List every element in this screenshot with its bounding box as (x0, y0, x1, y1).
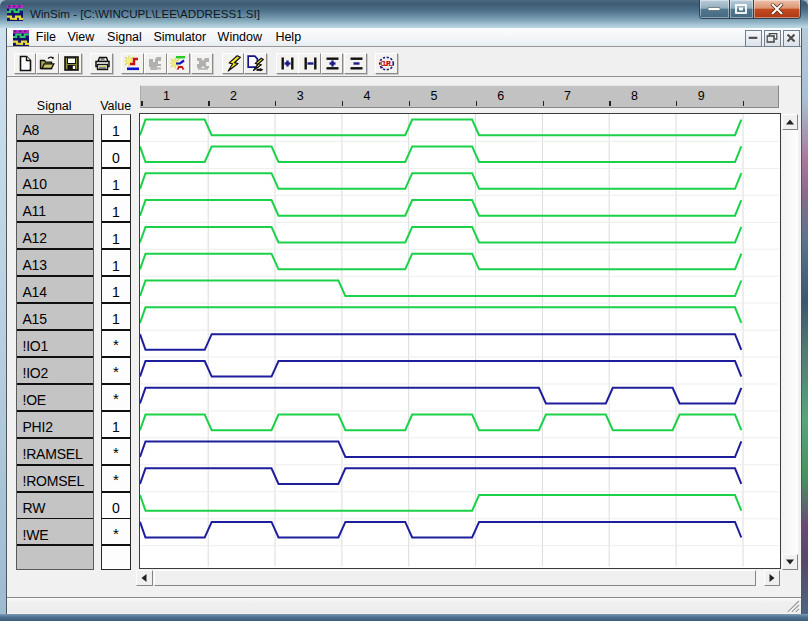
svg-text:CUPL: CUPL (381, 59, 394, 68)
